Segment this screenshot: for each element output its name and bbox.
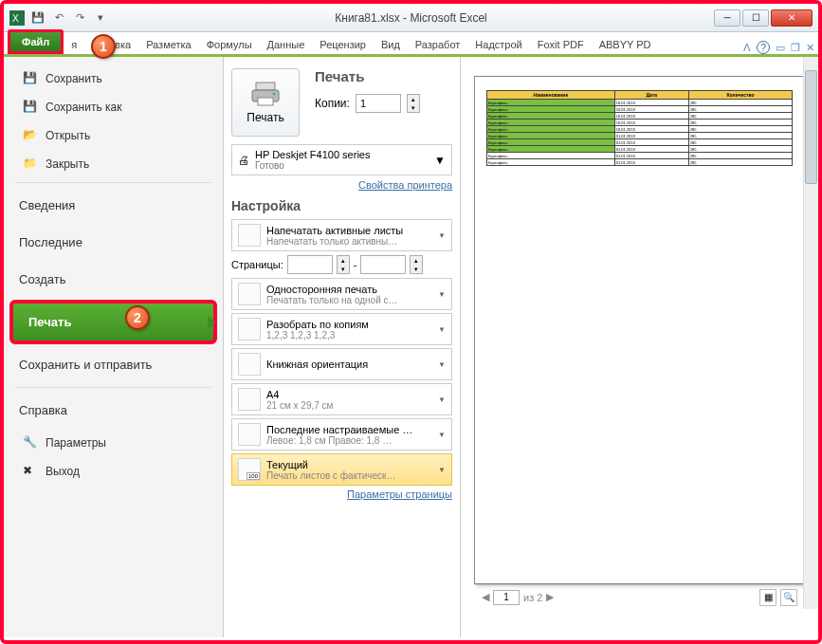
next-page-button[interactable]: ▶: [546, 591, 554, 603]
opt-sub: Печать листов с фактическ…: [266, 470, 432, 481]
sidebar-item-print[interactable]: Печать: [9, 300, 217, 344]
sidebar-item-recent[interactable]: Последние: [4, 224, 223, 261]
show-margins-button[interactable]: ▦: [759, 589, 776, 606]
papersize-selector[interactable]: A421 см x 29,7 см ▼: [231, 383, 452, 415]
prev-page-button[interactable]: ◀: [482, 591, 489, 603]
svg-point-5: [273, 93, 276, 96]
mdi-minimize-icon[interactable]: ▭: [776, 42, 785, 54]
opt-title: Текущий: [266, 459, 432, 470]
mdi-restore-icon[interactable]: ❐: [791, 42, 800, 54]
sidebar-label: Справка: [19, 403, 67, 417]
opt-sub: Напечатать только активны…: [266, 236, 432, 247]
svg-rect-4: [258, 98, 273, 105]
chevron-down-icon: ▼: [438, 466, 446, 474]
sheets-icon: [238, 224, 261, 247]
tab-formulas[interactable]: Формулы: [199, 35, 260, 54]
preview-table: НаименованиеДатаКоличествоКартофель10.01…: [486, 90, 793, 166]
minimize-ribbon-icon[interactable]: ᐱ: [743, 42, 751, 54]
copies-input[interactable]: [356, 94, 401, 113]
page-setup-link[interactable]: Параметры страницы: [231, 488, 452, 500]
sidebar-label: Параметры: [46, 436, 106, 450]
zoom-page-button[interactable]: 🔍: [780, 589, 797, 606]
chevron-down-icon: ▼: [438, 325, 446, 334]
spinner-down-icon[interactable]: ▾: [408, 103, 419, 112]
opt-title: Односторонняя печать: [266, 284, 432, 295]
tab-abbyy[interactable]: ABBYY PD: [592, 35, 659, 54]
sidebar-item-share[interactable]: Сохранить и отправить: [4, 346, 223, 383]
opt-sub: 21 см x 29,7 см: [266, 400, 432, 411]
chevron-down-icon: ▼: [438, 231, 446, 240]
tab-view[interactable]: Вид: [374, 35, 408, 54]
redo-icon[interactable]: ↷: [72, 10, 87, 26]
copies-label: Копии:: [315, 97, 350, 110]
orientation-selector[interactable]: Книжная ориентация ▼: [231, 348, 452, 380]
opt-title: A4: [266, 389, 432, 400]
svg-rect-2: [256, 83, 275, 90]
a4-icon: [238, 388, 261, 411]
one-side-icon: [238, 283, 261, 305]
chevron-down-icon: ▼: [438, 290, 446, 299]
sides-selector[interactable]: Односторонняя печатьПечатать только на о…: [231, 278, 452, 310]
tab-review[interactable]: Рецензир: [312, 35, 374, 54]
page-total-label: из 2: [523, 592, 542, 603]
print-what-selector[interactable]: Напечатать активные листыНапечатать толь…: [231, 219, 452, 251]
print-heading: Печать: [315, 68, 420, 84]
collate-selector[interactable]: Разобрать по копиям1,2,3 1,2,3 1,2,3 ▼: [231, 313, 452, 345]
scaling-selector[interactable]: 100 ТекущийПечать листов с фактическ… ▼: [231, 453, 452, 486]
maximize-button[interactable]: ☐: [742, 9, 769, 27]
sidebar-label: Сведения: [19, 198, 75, 212]
sidebar-item-exit[interactable]: ✖Выход: [4, 457, 223, 486]
sidebar-item-save[interactable]: 💾Сохранить: [4, 64, 223, 93]
printer-name: HP Deskjet F4100 series: [255, 149, 429, 160]
tab-data[interactable]: Данные: [260, 35, 313, 54]
sidebar-item-close[interactable]: 📁Закрыть: [4, 150, 223, 178]
sidebar-label: Выход: [46, 465, 80, 478]
undo-icon[interactable]: ↶: [51, 10, 66, 26]
minimize-button[interactable]: ─: [714, 9, 740, 27]
save-icon[interactable]: 💾: [30, 10, 46, 26]
sidebar-item-info[interactable]: Сведения: [4, 187, 223, 224]
svg-text:X: X: [12, 13, 19, 24]
opt-sub: Печатать только на одной с…: [266, 295, 432, 305]
page-to-input[interactable]: [360, 255, 406, 274]
mdi-close-icon[interactable]: ✕: [806, 42, 814, 54]
tab-file[interactable]: Файл: [8, 29, 64, 54]
sidebar-item-saveas[interactable]: 💾Сохранить как: [4, 93, 223, 121]
printer-properties-link[interactable]: Свойства принтера: [231, 179, 452, 191]
help-icon[interactable]: ?: [757, 41, 770, 54]
printer-selector[interactable]: 🖨 HP Deskjet F4100 series Готово ▼: [231, 144, 452, 175]
page-number-input[interactable]: [493, 590, 520, 605]
qat-more-icon[interactable]: ▾: [93, 10, 108, 26]
print-button-label: Печать: [247, 111, 283, 124]
margins-selector[interactable]: Последние настраиваемые …Левое: 1,8 см П…: [231, 418, 452, 451]
scale-icon: 100: [238, 458, 261, 481]
sidebar-item-open[interactable]: 📂Открыть: [4, 121, 223, 150]
save-icon: 💾: [23, 71, 38, 86]
scrollbar-thumb[interactable]: [805, 70, 817, 184]
tab-layout[interactable]: Разметка: [138, 35, 199, 54]
chevron-down-icon: ▼: [438, 396, 446, 404]
copies-spinner[interactable]: ▴▾: [407, 94, 420, 113]
tab-addins[interactable]: Надстрой: [467, 35, 529, 54]
print-settings-panel: Печать Печать Копии: ▴▾ 🖨 HP Deskjet F41…: [224, 57, 461, 637]
sidebar-item-new[interactable]: Создать: [4, 261, 223, 298]
page-from-input[interactable]: [287, 255, 333, 274]
margins-icon: [238, 423, 261, 446]
sidebar-label: Последние: [19, 235, 82, 249]
callout-badge-2: 2: [125, 305, 150, 330]
sidebar-item-help[interactable]: Справка: [4, 392, 223, 429]
pages-sep: -: [354, 259, 357, 270]
portrait-icon: [238, 353, 261, 376]
preview-scrollbar[interactable]: [803, 57, 818, 609]
sidebar-item-options[interactable]: 🔧Параметры: [4, 429, 223, 457]
tab-developer[interactable]: Разработ: [408, 35, 467, 54]
tab-foxit[interactable]: Foxit PDF: [530, 35, 592, 54]
page-to-spinner[interactable]: ▴▾: [410, 255, 423, 274]
sidebar-label: Закрыть: [46, 157, 89, 171]
spinner-up-icon[interactable]: ▴: [408, 95, 419, 103]
print-button[interactable]: Печать: [231, 68, 300, 137]
tab-home[interactable]: я: [64, 35, 84, 54]
page-from-spinner[interactable]: ▴▾: [337, 255, 350, 274]
preview-footer: ◀ из 2 ▶ ▦ 🔍: [474, 584, 805, 609]
close-button[interactable]: ✕: [771, 9, 813, 27]
